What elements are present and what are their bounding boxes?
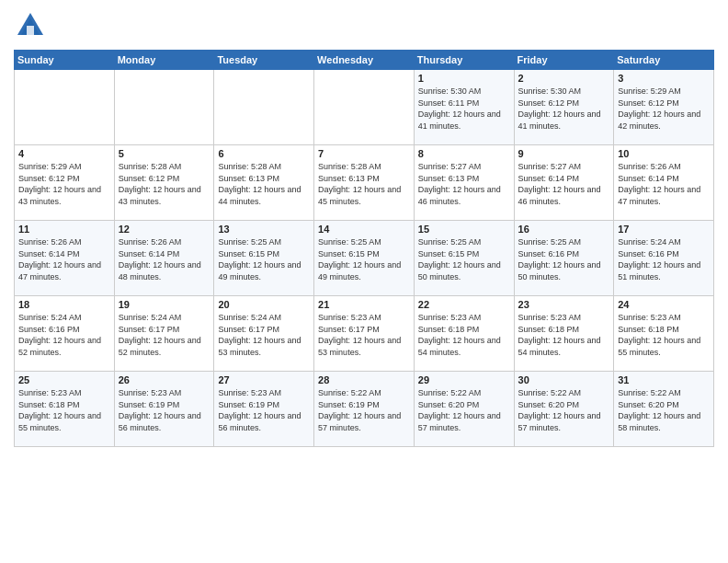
day-info: Sunrise: 5:23 AM Sunset: 6:18 PM Dayligh…: [618, 312, 710, 358]
day-info: Sunrise: 5:23 AM Sunset: 6:19 PM Dayligh…: [119, 387, 210, 433]
cell-0-3: [314, 70, 415, 145]
header: [14, 9, 714, 42]
day-number: 16: [518, 224, 610, 235]
header-sunday: Sunday: [15, 51, 115, 70]
cell-4-1: 26Sunrise: 5:23 AM Sunset: 6:19 PM Dayli…: [114, 372, 214, 447]
cell-4-3: 28Sunrise: 5:22 AM Sunset: 6:19 PM Dayli…: [314, 372, 415, 447]
day-number: 15: [418, 224, 510, 235]
cell-2-6: 17Sunrise: 5:24 AM Sunset: 6:16 PM Dayli…: [614, 221, 714, 296]
day-info: Sunrise: 5:22 AM Sunset: 6:20 PM Dayligh…: [518, 387, 610, 433]
day-number: 4: [18, 148, 110, 159]
day-number: 3: [618, 73, 710, 84]
header-row: SundayMondayTuesdayWednesdayThursdayFrid…: [15, 51, 714, 70]
day-number: 5: [119, 148, 210, 159]
calendar-header: SundayMondayTuesdayWednesdayThursdayFrid…: [15, 51, 714, 70]
day-number: 10: [618, 148, 710, 159]
day-info: Sunrise: 5:22 AM Sunset: 6:20 PM Dayligh…: [418, 387, 510, 433]
logo: [14, 9, 51, 42]
cell-4-2: 27Sunrise: 5:23 AM Sunset: 6:19 PM Dayli…: [214, 372, 314, 447]
week-row-1: 1Sunrise: 5:30 AM Sunset: 6:11 PM Daylig…: [15, 70, 714, 145]
cell-2-1: 12Sunrise: 5:26 AM Sunset: 6:14 PM Dayli…: [114, 221, 214, 296]
day-info: Sunrise: 5:25 AM Sunset: 6:15 PM Dayligh…: [418, 236, 510, 282]
day-info: Sunrise: 5:26 AM Sunset: 6:14 PM Dayligh…: [18, 236, 110, 282]
day-number: 27: [218, 374, 310, 385]
day-number: 12: [119, 224, 210, 235]
day-info: Sunrise: 5:28 AM Sunset: 6:13 PM Dayligh…: [218, 161, 310, 207]
header-tuesday: Tuesday: [214, 51, 314, 70]
cell-3-0: 18Sunrise: 5:24 AM Sunset: 6:16 PM Dayli…: [15, 296, 115, 372]
day-info: Sunrise: 5:24 AM Sunset: 6:17 PM Dayligh…: [218, 312, 310, 358]
day-number: 30: [518, 374, 610, 385]
day-number: 6: [218, 148, 310, 159]
day-info: Sunrise: 5:26 AM Sunset: 6:14 PM Dayligh…: [618, 161, 710, 207]
cell-3-5: 23Sunrise: 5:23 AM Sunset: 6:18 PM Dayli…: [514, 296, 614, 372]
day-number: 28: [318, 374, 410, 385]
week-row-2: 4Sunrise: 5:29 AM Sunset: 6:12 PM Daylig…: [15, 145, 714, 221]
cell-0-6: 3Sunrise: 5:29 AM Sunset: 6:12 PM Daylig…: [614, 70, 714, 145]
logo-icon: [14, 9, 47, 42]
day-info: Sunrise: 5:23 AM Sunset: 6:18 PM Dayligh…: [18, 387, 110, 433]
day-info: Sunrise: 5:28 AM Sunset: 6:12 PM Dayligh…: [119, 161, 210, 207]
day-info: Sunrise: 5:28 AM Sunset: 6:13 PM Dayligh…: [318, 161, 410, 207]
svg-rect-2: [27, 26, 34, 35]
cell-2-3: 14Sunrise: 5:25 AM Sunset: 6:15 PM Dayli…: [314, 221, 415, 296]
day-info: Sunrise: 5:23 AM Sunset: 6:18 PM Dayligh…: [418, 312, 510, 358]
cell-4-4: 29Sunrise: 5:22 AM Sunset: 6:20 PM Dayli…: [414, 372, 514, 447]
day-number: 11: [18, 224, 110, 235]
cell-4-6: 31Sunrise: 5:22 AM Sunset: 6:20 PM Dayli…: [614, 372, 714, 447]
day-info: Sunrise: 5:24 AM Sunset: 6:16 PM Dayligh…: [618, 236, 710, 282]
day-number: 31: [618, 374, 710, 385]
cell-1-5: 9Sunrise: 5:27 AM Sunset: 6:14 PM Daylig…: [514, 145, 614, 221]
day-number: 29: [418, 374, 510, 385]
cell-3-4: 22Sunrise: 5:23 AM Sunset: 6:18 PM Dayli…: [414, 296, 514, 372]
day-number: 17: [618, 224, 710, 235]
header-saturday: Saturday: [614, 51, 714, 70]
day-number: 26: [119, 374, 210, 385]
day-number: 24: [618, 299, 710, 310]
cell-1-0: 4Sunrise: 5:29 AM Sunset: 6:12 PM Daylig…: [15, 145, 115, 221]
day-number: 7: [318, 148, 410, 159]
day-info: Sunrise: 5:29 AM Sunset: 6:12 PM Dayligh…: [18, 161, 110, 207]
week-row-3: 11Sunrise: 5:26 AM Sunset: 6:14 PM Dayli…: [15, 221, 714, 296]
cell-1-6: 10Sunrise: 5:26 AM Sunset: 6:14 PM Dayli…: [614, 145, 714, 221]
day-info: Sunrise: 5:23 AM Sunset: 6:17 PM Dayligh…: [318, 312, 410, 358]
day-info: Sunrise: 5:29 AM Sunset: 6:12 PM Dayligh…: [618, 86, 710, 132]
day-info: Sunrise: 5:27 AM Sunset: 6:13 PM Dayligh…: [418, 161, 510, 207]
day-number: 25: [18, 374, 110, 385]
cell-0-1: [114, 70, 214, 145]
day-info: Sunrise: 5:22 AM Sunset: 6:19 PM Dayligh…: [318, 387, 410, 433]
cell-1-2: 6Sunrise: 5:28 AM Sunset: 6:13 PM Daylig…: [214, 145, 314, 221]
cell-2-2: 13Sunrise: 5:25 AM Sunset: 6:15 PM Dayli…: [214, 221, 314, 296]
day-number: 21: [318, 299, 410, 310]
cell-2-4: 15Sunrise: 5:25 AM Sunset: 6:15 PM Dayli…: [414, 221, 514, 296]
cell-3-1: 19Sunrise: 5:24 AM Sunset: 6:17 PM Dayli…: [114, 296, 214, 372]
day-info: Sunrise: 5:25 AM Sunset: 6:15 PM Dayligh…: [318, 236, 410, 282]
cell-4-0: 25Sunrise: 5:23 AM Sunset: 6:18 PM Dayli…: [15, 372, 115, 447]
cell-1-4: 8Sunrise: 5:27 AM Sunset: 6:13 PM Daylig…: [414, 145, 514, 221]
calendar-page: SundayMondayTuesdayWednesdayThursdayFrid…: [0, 0, 728, 563]
cell-0-5: 2Sunrise: 5:30 AM Sunset: 6:12 PM Daylig…: [514, 70, 614, 145]
cell-3-3: 21Sunrise: 5:23 AM Sunset: 6:17 PM Dayli…: [314, 296, 415, 372]
cell-1-3: 7Sunrise: 5:28 AM Sunset: 6:13 PM Daylig…: [314, 145, 415, 221]
cell-0-4: 1Sunrise: 5:30 AM Sunset: 6:11 PM Daylig…: [414, 70, 514, 145]
day-number: 1: [418, 73, 510, 84]
day-number: 14: [318, 224, 410, 235]
cell-3-2: 20Sunrise: 5:24 AM Sunset: 6:17 PM Dayli…: [214, 296, 314, 372]
day-number: 9: [518, 148, 610, 159]
day-number: 20: [218, 299, 310, 310]
week-row-5: 25Sunrise: 5:23 AM Sunset: 6:18 PM Dayli…: [15, 372, 714, 447]
day-info: Sunrise: 5:30 AM Sunset: 6:11 PM Dayligh…: [418, 86, 510, 132]
day-number: 13: [218, 224, 310, 235]
day-number: 8: [418, 148, 510, 159]
day-info: Sunrise: 5:25 AM Sunset: 6:16 PM Dayligh…: [518, 236, 610, 282]
day-info: Sunrise: 5:30 AM Sunset: 6:12 PM Dayligh…: [518, 86, 610, 132]
day-info: Sunrise: 5:27 AM Sunset: 6:14 PM Dayligh…: [518, 161, 610, 207]
day-number: 18: [18, 299, 110, 310]
cell-2-5: 16Sunrise: 5:25 AM Sunset: 6:16 PM Dayli…: [514, 221, 614, 296]
day-info: Sunrise: 5:26 AM Sunset: 6:14 PM Dayligh…: [119, 236, 210, 282]
cell-4-5: 30Sunrise: 5:22 AM Sunset: 6:20 PM Dayli…: [514, 372, 614, 447]
calendar-table: SundayMondayTuesdayWednesdayThursdayFrid…: [14, 50, 714, 447]
day-number: 2: [518, 73, 610, 84]
header-wednesday: Wednesday: [314, 51, 415, 70]
cell-3-6: 24Sunrise: 5:23 AM Sunset: 6:18 PM Dayli…: [614, 296, 714, 372]
